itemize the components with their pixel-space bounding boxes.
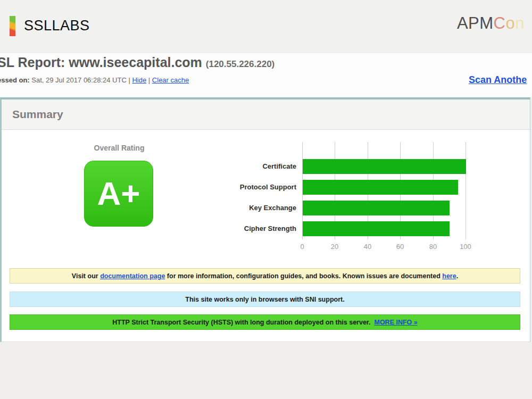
score-bar xyxy=(303,221,450,236)
assessed-on-label: essed on: xyxy=(0,76,30,84)
more-info-link[interactable]: MORE INFO » xyxy=(374,319,417,326)
report-hostname: SL Report: www.iseecapital.com xyxy=(0,55,202,70)
documentation-notice: Visit our documentation page for more in… xyxy=(10,268,520,284)
apmcon-apm-text: APM xyxy=(457,14,494,32)
ssllabs-logo[interactable]: SSLLABS xyxy=(10,15,90,36)
x-axis-tick-label: 40 xyxy=(357,243,378,251)
known-issues-link[interactable]: here xyxy=(442,272,456,280)
scan-another-link[interactable]: Scan Anothe xyxy=(469,74,527,86)
documentation-page-link[interactable]: documentation page xyxy=(100,272,165,280)
sni-notice-text: This site works only in browsers with SN… xyxy=(185,296,344,303)
score-bar-label: Certificate xyxy=(190,162,296,170)
docs-notice-text: Visit our xyxy=(72,272,100,280)
score-bar-label: Key Exchange xyxy=(190,204,296,212)
page-title: SL Report: www.iseecapital.com (120.55.2… xyxy=(0,55,275,70)
apmcon-letter-o: o xyxy=(506,14,516,32)
score-bar xyxy=(303,201,450,215)
separator: | xyxy=(128,76,130,84)
apmcon-logo: APMCon xyxy=(457,14,525,33)
x-axis-tick-label: 20 xyxy=(324,243,345,251)
ssllabs-brand-text: SSLLABS xyxy=(24,18,90,34)
chart-gridline xyxy=(466,142,466,239)
clear-cache-link[interactable]: Clear cache xyxy=(152,76,189,84)
apmcon-letter-n: n xyxy=(515,14,525,32)
docs-notice-text: . xyxy=(456,272,458,280)
top-header-band: SSLLABS APMCon xyxy=(0,0,532,53)
ssllabs-colorbar-icon xyxy=(10,16,15,36)
x-axis-tick-label: 100 xyxy=(455,243,476,251)
assessed-on-line: essed on: Sat, 29 Jul 2017 06:28:24 UTC … xyxy=(0,76,189,84)
rating-bar-chart: 020406080100CertificateProtocol SupportK… xyxy=(2,130,530,342)
score-bar xyxy=(303,159,466,174)
score-bar-label: Protocol Support xyxy=(190,183,296,191)
hsts-notice: HTTP Strict Transport Security (HSTS) wi… xyxy=(10,314,520,330)
x-axis-tick-label: 60 xyxy=(389,243,411,251)
summary-section-title: Summary xyxy=(2,99,530,130)
hsts-notice-text: HTTP Strict Transport Security (HSTS) wi… xyxy=(112,319,370,326)
bar-chart-plot xyxy=(302,142,466,239)
apmcon-letter-c: C xyxy=(494,14,506,32)
separator: | xyxy=(148,76,150,84)
docs-notice-text: for more information, configuration guid… xyxy=(165,272,442,280)
report-ip-address: (120.55.226.220) xyxy=(206,59,275,69)
x-axis-tick-label: 80 xyxy=(422,243,444,251)
assessed-on-value: Sat, 29 Jul 2017 06:28:24 UTC xyxy=(31,76,127,84)
score-bar xyxy=(303,180,458,195)
x-axis-tick-label: 0 xyxy=(292,243,313,251)
hide-link[interactable]: Hide xyxy=(132,76,146,84)
sni-notice: This site works only in browsers with SN… xyxy=(10,292,520,307)
score-bar-label: Cipher Strength xyxy=(190,225,296,232)
summary-section: Summary Overall Rating A+ 020406080100Ce… xyxy=(0,97,530,342)
report-title-area: SL Report: www.iseecapital.com (120.55.2… xyxy=(0,53,532,97)
summary-body: Overall Rating A+ 020406080100Certificat… xyxy=(2,130,530,342)
